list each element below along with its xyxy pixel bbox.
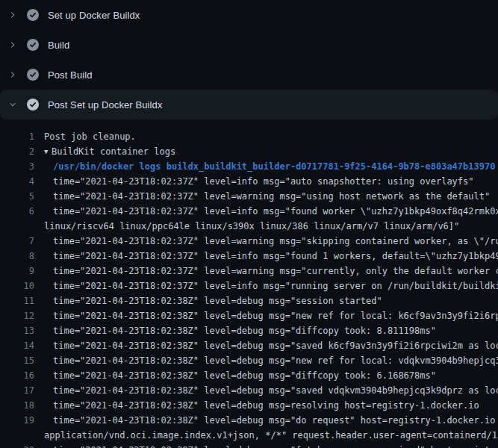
log-line: 14time="2021-04-23T18:02:38Z" level=debu… [0,338,498,353]
log-line: 7time="2021-04-23T18:02:37Z" level=warni… [0,234,498,249]
log-text: time="2021-04-23T18:02:38Z" level=debug … [34,293,498,308]
log-text: time="2021-04-23T18:02:37Z" level=info m… [34,279,498,293]
workflow-log-viewer: Set up Docker Buildx Build P [0,0,498,448]
log-line: 15time="2021-04-23T18:02:38Z" level=debu… [0,353,498,368]
line-number [0,219,34,234]
line-number[interactable]: 13 [0,323,34,338]
step-title: Set up Docker Buildx [48,10,140,21]
log-line: 17time="2021-04-23T18:02:38Z" level=debu… [0,383,498,398]
log-text: time="2021-04-23T18:02:37Z" level=warnin… [34,264,498,279]
line-number[interactable]: 14 [0,338,34,353]
log-text: time="2021-04-23T18:02:37Z" level=info m… [34,174,498,189]
log-line: 6time="2021-04-23T18:02:37Z" level=info … [0,204,498,219]
log-text: time="2021-04-23T18:02:38Z" level=debug … [34,338,498,353]
step-row-post-build[interactable]: Post Build [0,60,498,90]
log-text: time="2021-04-23T18:02:38Z" level=debug … [34,383,498,398]
line-number[interactable]: 6 [0,204,34,219]
log-line: 16time="2021-04-23T18:02:38Z" level=debu… [0,368,498,383]
log-line: 18time="2021-04-23T18:02:38Z" level=debu… [0,398,498,413]
line-number[interactable]: 7 [0,234,34,249]
chevron-right-icon [9,9,16,21]
log-text: time="2021-04-23T18:02:38Z" level=debug … [34,413,498,428]
log-text: time="2021-04-23T18:02:37Z" level=warnin… [34,234,498,249]
line-number[interactable]: 20 [0,443,34,448]
check-circle-icon [27,39,39,51]
log-text: time="2021-04-23T18:02:38Z" level=debug … [34,323,498,338]
line-number[interactable]: 3 [0,159,34,174]
check-circle-icon [27,99,39,111]
log-line: 1Post job cleanup. [0,129,498,144]
step-title: Post Build [48,69,93,81]
log-group-line: ▼BuildKit container logs [34,144,498,159]
log-line: 5time="2021-04-23T18:02:37Z" level=warni… [0,189,498,204]
log-group-label: BuildKit container logs [52,146,175,157]
log-line-continuation: application/vnd.oci.image.index.v1+json,… [0,428,498,443]
step-row-post-set-up-docker-buildx[interactable]: Post Set up Docker Buildx [0,90,498,119]
step-title: Post Set up Docker Buildx [48,99,163,111]
log-group-toggle-icon[interactable]: ▼ [44,144,52,159]
line-number[interactable]: 9 [0,264,34,279]
line-number[interactable]: 16 [0,368,34,383]
log-line: 8time="2021-04-23T18:02:37Z" level=info … [0,249,498,264]
log-line: 3/usr/bin/docker logs buildx_buildkit_bu… [0,159,498,174]
log-text: linux/riscv64 linux/ppc64le linux/s390x … [34,219,498,234]
log-line: 19time="2021-04-23T18:02:38Z" level=debu… [0,413,498,428]
log-line-continuation: linux/riscv64 linux/ppc64le linux/s390x … [0,219,498,234]
log-text: time="2021-04-23T18:02:37Z" level=warnin… [34,189,498,204]
line-number[interactable]: 12 [0,308,34,323]
line-number[interactable]: 17 [0,383,34,398]
line-number[interactable]: 5 [0,189,34,204]
step-row-build[interactable]: Build [0,30,498,60]
log-line: 13time="2021-04-23T18:02:38Z" level=debu… [0,323,498,338]
line-number [0,428,34,443]
line-number[interactable]: 2 [0,144,34,159]
log-panel: 1Post job cleanup.2▼BuildKit container l… [0,119,498,448]
line-number[interactable]: 11 [0,293,34,308]
log-text: time="2021-04-23T18:02:38Z" level=debug … [34,308,498,323]
chevron-down-icon [9,99,16,111]
log-line: 2▼BuildKit container logs [0,144,498,159]
log-command-text: /usr/bin/docker logs buildx_buildkit_bui… [34,159,498,174]
check-circle-icon [27,9,39,21]
line-number[interactable]: 10 [0,279,34,293]
chevron-right-icon [9,39,16,51]
log-text: time="2021-04-23T18:02:38Z" level=debug … [34,398,498,413]
steps-list: Set up Docker Buildx Build P [0,0,498,119]
log-text: time="2021-04-23T18:02:38Z" level=debug … [34,368,498,383]
log-line: 20time="2021-04-23T18:02:38Z" level=debu… [0,443,498,448]
line-number[interactable]: 18 [0,398,34,413]
chevron-right-icon [9,69,16,81]
step-title: Build [48,40,69,51]
line-number[interactable]: 19 [0,413,34,428]
log-line: 4time="2021-04-23T18:02:37Z" level=info … [0,174,498,189]
log-line: 10time="2021-04-23T18:02:37Z" level=info… [0,279,498,293]
log-text: time="2021-04-23T18:02:38Z" level=debug … [34,443,498,448]
log-text: Post job cleanup. [34,129,498,144]
log-line: 12time="2021-04-23T18:02:38Z" level=debu… [0,308,498,323]
line-number[interactable]: 15 [0,353,34,368]
line-number[interactable]: 4 [0,174,34,189]
line-number[interactable]: 1 [0,129,34,144]
line-number[interactable]: 8 [0,249,34,264]
log-line: 9time="2021-04-23T18:02:37Z" level=warni… [0,264,498,279]
log-line: 11time="2021-04-23T18:02:38Z" level=debu… [0,293,498,308]
step-row-set-up-docker-buildx[interactable]: Set up Docker Buildx [0,0,498,30]
check-circle-icon [27,69,39,81]
log-text: time="2021-04-23T18:02:38Z" level=debug … [34,353,498,368]
log-text: time="2021-04-23T18:02:37Z" level=info m… [34,204,498,219]
log-text: application/vnd.oci.image.index.v1+json,… [34,428,498,443]
log-text: time="2021-04-23T18:02:37Z" level=info m… [34,249,498,264]
